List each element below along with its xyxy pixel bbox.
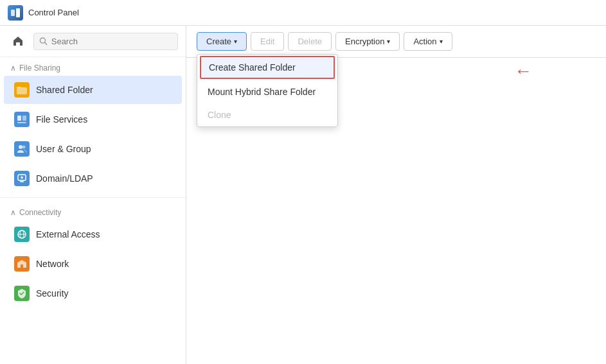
mount-hybrid-item[interactable]: Mount Hybrid Share Folder [197, 80, 337, 103]
sidebar-item-file-services[interactable]: File Services [4, 105, 182, 134]
app-layout: ∧ File Sharing Shared Folder Fi [0, 26, 606, 364]
sidebar-item-external-access[interactable]: External Access [4, 220, 182, 248]
network-icon [14, 256, 30, 272]
sidebar-item-label: Domain/LDAP [36, 173, 93, 184]
user-group-icon [14, 141, 30, 157]
svg-rect-12 [20, 181, 24, 182]
svg-rect-17 [21, 264, 23, 268]
svg-point-9 [19, 145, 22, 149]
svg-rect-7 [22, 116, 26, 121]
section-connectivity: ∧ Connectivity [0, 202, 186, 220]
action-button[interactable]: Action ▾ [404, 32, 452, 51]
svg-rect-0 [11, 10, 15, 16]
search-input[interactable] [51, 37, 172, 46]
sidebar: ∧ File Sharing Shared Folder Fi [0, 26, 186, 364]
sidebar-item-domain-ldap[interactable]: Domain/LDAP [4, 164, 182, 193]
svg-rect-8 [17, 122, 26, 123]
action-dropdown-arrow: ▾ [440, 38, 443, 45]
app-icon [8, 5, 23, 21]
sidebar-divider [0, 197, 186, 198]
section-file-sharing: ∧ File Sharing [0, 57, 186, 75]
red-arrow-annotation: ← [514, 61, 532, 82]
external-access-icon [14, 227, 30, 242]
sidebar-item-label: Security [36, 288, 69, 299]
svg-rect-4 [17, 87, 27, 94]
sidebar-item-user-group[interactable]: User & Group [4, 135, 182, 163]
security-icon [14, 286, 30, 301]
encryption-dropdown-arrow: ▾ [387, 38, 390, 45]
sidebar-item-security[interactable]: Security [4, 279, 182, 308]
create-dropdown-arrow: ▾ [234, 38, 237, 45]
section-collapse-icon: ∧ [10, 64, 16, 73]
shared-folder-icon [14, 82, 30, 98]
home-button[interactable] [8, 31, 28, 51]
title-bar: Control Panel [0, 0, 606, 26]
sidebar-item-label: Shared Folder [36, 85, 93, 95]
delete-button[interactable]: Delete [288, 32, 332, 51]
svg-line-3 [45, 42, 47, 44]
section-collapse-icon: ∧ [10, 208, 16, 217]
create-shared-folder-item[interactable]: Create Shared Folder [200, 56, 335, 79]
svg-rect-5 [17, 87, 21, 88]
sidebar-item-label: User & Group [36, 144, 91, 154]
toolbar: Create ▾ Edit Delete Encryption ▾ Action… [186, 26, 606, 58]
sidebar-item-label: File Services [36, 114, 87, 125]
app-title: Control Panel [28, 8, 79, 17]
search-box[interactable] [33, 33, 178, 50]
search-icon [39, 37, 48, 46]
svg-rect-1 [16, 8, 20, 17]
sidebar-item-label: Network [36, 259, 69, 269]
svg-rect-6 [17, 116, 21, 121]
sidebar-item-label: External Access [36, 229, 100, 239]
clone-item: Clone [197, 103, 337, 126]
svg-point-10 [22, 146, 26, 149]
sidebar-item-network[interactable]: Network [4, 250, 182, 278]
create-button[interactable]: Create ▾ [197, 32, 247, 51]
file-services-icon [14, 112, 30, 127]
svg-point-13 [21, 177, 23, 179]
main-content: Create ▾ Edit Delete Encryption ▾ Action… [186, 26, 606, 364]
encryption-button[interactable]: Encryption ▾ [335, 32, 400, 51]
create-dropdown-menu: Create Shared Folder Mount Hybrid Share … [197, 54, 338, 127]
sidebar-item-shared-folder[interactable]: Shared Folder [4, 76, 182, 104]
edit-button[interactable]: Edit [251, 32, 284, 51]
domain-ldap-icon [14, 171, 30, 186]
